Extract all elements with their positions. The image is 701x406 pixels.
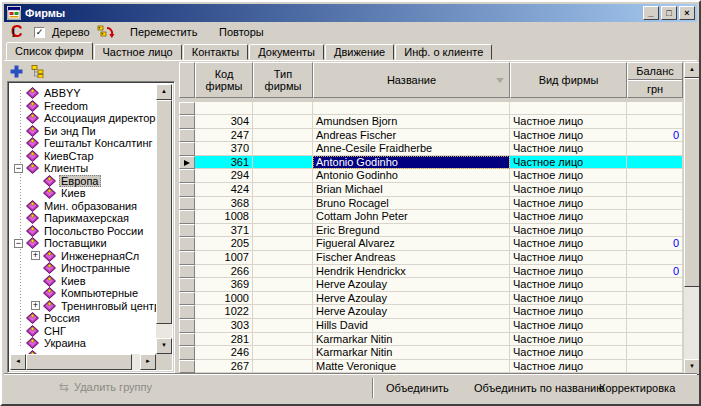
cell-balance[interactable] (627, 142, 683, 156)
cell-code[interactable]: 281 (195, 333, 253, 347)
tree-item[interactable]: Freedom (10, 100, 156, 113)
cell-code[interactable]: 1000 (195, 292, 253, 306)
column-header-type[interactable]: Тип фирмы (253, 62, 313, 98)
cell-type[interactable] (253, 278, 313, 292)
cell-name[interactable]: Antonio Godinho (313, 169, 510, 183)
cell-name[interactable]: Bruno Rocagel (313, 197, 510, 211)
cell-balance[interactable] (627, 115, 683, 129)
cell-type[interactable] (253, 305, 313, 319)
cell-kind[interactable]: Частное лицо (510, 210, 627, 224)
cell-name[interactable]: Amundsen Bjorn (313, 115, 510, 129)
cell-code[interactable]: 370 (195, 142, 253, 156)
table-row[interactable]: 247Andreas FischerЧастное лицо0 (179, 129, 683, 143)
tree-item[interactable]: Гештальт Консалтинг (10, 137, 156, 150)
tree-item[interactable]: Парикмахерская (10, 212, 156, 225)
table-row[interactable]: 370Anne-Cesile FraidherbeЧастное лицо (179, 142, 683, 156)
cell-kind[interactable]: Частное лицо (510, 292, 627, 306)
table-row[interactable]: 266Hendrik HendrickxЧастное лицо0 (179, 265, 683, 279)
row-gutter[interactable] (179, 278, 195, 292)
repeats-button[interactable]: Повторы (217, 22, 266, 42)
table-row[interactable]: 246Karmarkar NitinЧастное лицо (179, 346, 683, 360)
row-gutter[interactable] (179, 333, 195, 347)
cell-code[interactable]: 424 (195, 183, 253, 197)
refresh-icon[interactable]: C! (11, 22, 15, 42)
tree-item[interactable]: Киев (10, 275, 156, 288)
cell-code[interactable]: 205 (195, 237, 253, 251)
tree-item[interactable]: Посольство России (10, 225, 156, 238)
tree-item[interactable]: СНГ (10, 325, 156, 338)
cell-code[interactable]: 371 (195, 224, 253, 238)
cell-kind[interactable]: Частное лицо (510, 115, 627, 129)
cell-kind[interactable]: Частное лицо (510, 142, 627, 156)
filter-row[interactable] (179, 102, 683, 115)
tree-item[interactable]: Россия (10, 312, 156, 325)
row-gutter[interactable] (179, 210, 195, 224)
cell-balance[interactable] (627, 333, 683, 347)
tree-item[interactable]: Украина (10, 337, 156, 350)
cell-type[interactable] (253, 346, 313, 360)
cell-code[interactable]: 1008 (195, 210, 253, 224)
collapse-icon[interactable]: − (14, 164, 23, 173)
tree-item[interactable]: Мин. образования (10, 200, 156, 213)
tree-item[interactable]: Би энд Пи (10, 125, 156, 138)
cell-type[interactable] (253, 115, 313, 129)
table-row[interactable]: 267Matte VeroniqueЧастное лицо (179, 360, 683, 374)
tree-horizontal-scrollbar[interactable]: ◄ ► (10, 354, 156, 370)
tree-hscroll-thumb[interactable] (26, 354, 132, 370)
row-gutter[interactable] (179, 292, 195, 306)
cell-name[interactable]: Anne-Cesile Fraidherbe (313, 142, 510, 156)
cell-type[interactable] (253, 333, 313, 347)
row-gutter[interactable] (179, 265, 195, 279)
cell-type[interactable] (253, 156, 313, 170)
cell-kind[interactable]: Частное лицо (510, 333, 627, 347)
tree-item[interactable]: Киев (10, 187, 156, 200)
table-row[interactable]: 1022Herve AzoulayЧастное лицо (179, 305, 683, 319)
cell-type[interactable] (253, 183, 313, 197)
scroll-up-icon[interactable]: ▲ (684, 62, 700, 78)
maximize-button[interactable]: □ (661, 6, 677, 20)
cell-kind[interactable]: Частное лицо (510, 305, 627, 319)
cell-code[interactable]: 303 (195, 319, 253, 333)
cell-name[interactable]: Hills David (313, 319, 510, 333)
cell-kind[interactable]: Частное лицо (510, 169, 627, 183)
cell-type[interactable] (253, 197, 313, 211)
cell-name[interactable]: Cottam John Peter (313, 210, 510, 224)
column-header-balance[interactable]: Баланс грн (627, 62, 683, 98)
cell-kind[interactable]: Частное лицо (510, 251, 627, 265)
expand-icon[interactable]: + (31, 301, 40, 310)
row-gutter[interactable] (179, 197, 195, 211)
cell-code[interactable]: 368 (195, 197, 253, 211)
tree-item[interactable]: −Поставщики (10, 237, 156, 250)
cell-balance[interactable] (627, 251, 683, 265)
table-row[interactable]: 281Karmarkar NitinЧастное лицо (179, 333, 683, 347)
table-row[interactable]: 304Amundsen BjornЧастное лицо (179, 115, 683, 129)
cell-kind[interactable]: Частное лицо (510, 237, 627, 251)
cell-type[interactable] (253, 360, 313, 374)
table-row[interactable]: 369Herve AzoulayЧастное лицо (179, 278, 683, 292)
cell-kind[interactable]: Частное лицо (510, 319, 627, 333)
move-button[interactable]: Переместить (128, 22, 199, 42)
merge-by-name-button[interactable]: Объединить по названию (474, 382, 604, 394)
add-group-icon[interactable] (10, 65, 23, 78)
row-gutter[interactable] (179, 156, 195, 170)
table-row[interactable]: 1000Herve AzoulayЧастное лицо (179, 292, 683, 306)
row-gutter[interactable] (179, 142, 195, 156)
cell-balance[interactable]: 0 (627, 129, 683, 143)
tree-item[interactable]: ABBYY (10, 87, 156, 100)
minimize-button[interactable]: _ (643, 6, 659, 20)
cell-code[interactable]: 266 (195, 265, 253, 279)
cell-name[interactable]: Herve Azoulay (313, 305, 510, 319)
cell-name[interactable]: Brian Michael (313, 183, 510, 197)
tree-item[interactable]: +Тренинговый центр (10, 300, 156, 313)
scroll-down-icon[interactable]: ▼ (156, 338, 172, 354)
cell-balance[interactable] (627, 210, 683, 224)
scroll-up-icon[interactable]: ▲ (156, 84, 172, 100)
cell-type[interactable] (253, 129, 313, 143)
cell-balance[interactable] (627, 169, 683, 183)
table-row[interactable]: 205Figueral AlvarezЧастное лицо0 (179, 237, 683, 251)
delete-group-button[interactable]: ⇆ Удалить группу (59, 381, 152, 393)
cell-code[interactable]: 304 (195, 115, 253, 129)
row-gutter[interactable] (179, 115, 195, 129)
cell-name[interactable]: Antonio Godinho (313, 156, 510, 170)
column-header-name[interactable]: Название (313, 62, 510, 98)
